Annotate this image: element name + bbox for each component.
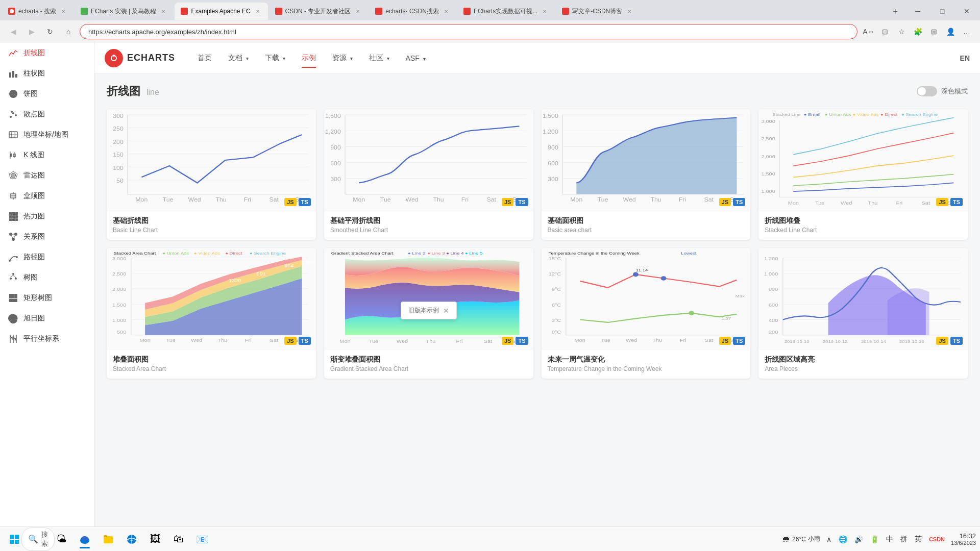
sidebar-item-graph[interactable]: 关系图 bbox=[0, 227, 94, 247]
badge-ts-smooth-line: TS bbox=[516, 198, 528, 206]
dark-mode-switch[interactable] bbox=[917, 86, 937, 96]
page-title-zh: 折线图 bbox=[107, 84, 140, 99]
sidebar-item-geo[interactable]: 地理坐标/地图 bbox=[0, 124, 94, 145]
dark-mode-toggle[interactable]: 深色模式 bbox=[917, 86, 968, 96]
taskbar-explorer-icon[interactable] bbox=[97, 529, 119, 549]
tab-close-tab2[interactable]: ✕ bbox=[159, 7, 167, 15]
chart-name-zh-area-pieces: 折线图区域高亮 bbox=[765, 355, 962, 364]
svg-text:● Line 3: ● Line 3 bbox=[427, 251, 445, 256]
chart-card-stacked-area[interactable]: Stacked Area Chart ● Union Ads ● Video A… bbox=[107, 248, 316, 379]
sidebar-item-line[interactable]: 折线图 bbox=[0, 43, 94, 63]
tab-close-tab6[interactable]: ✕ bbox=[541, 7, 549, 15]
sidebar-item-tree[interactable]: 树图 bbox=[0, 267, 94, 288]
taskbar-photos-icon[interactable]: 🖼 bbox=[144, 529, 166, 549]
split-view-icon[interactable]: ⊡ bbox=[878, 24, 892, 39]
sidebar-item-treemap[interactable]: 矩形树图 bbox=[0, 288, 94, 308]
taskbar-search-app[interactable]: 🔍 搜索 bbox=[27, 529, 49, 549]
nav-item-asf[interactable]: ASF ▾ bbox=[399, 50, 433, 66]
favorites-icon[interactable]: ☆ bbox=[894, 24, 909, 39]
svg-text:1,500: 1,500 bbox=[762, 171, 776, 177]
taskbar-store-icon[interactable]: 🛍 bbox=[167, 529, 190, 549]
svg-text:● Video Ads: ● Video Ads bbox=[194, 251, 220, 256]
back-button[interactable]: ◀ bbox=[6, 24, 20, 39]
chart-info-area: 基础面积图 Basic area chart bbox=[542, 211, 751, 240]
tab-close-tab5[interactable]: ✕ bbox=[442, 7, 450, 15]
tab-close-tab4[interactable]: ✕ bbox=[354, 7, 362, 15]
ime-pinyin-icon[interactable]: 拼 bbox=[898, 534, 910, 545]
tab-close-tab1[interactable]: ✕ bbox=[59, 7, 67, 15]
chart-card-smooth-line[interactable]: 1,500 1,200 900 600 300 MonTueWedThuFriS… bbox=[324, 109, 533, 240]
maximize-button[interactable]: □ bbox=[931, 4, 953, 19]
extensions-icon[interactable]: 🧩 bbox=[911, 24, 925, 39]
badge-js-area-pieces: JS bbox=[936, 337, 948, 345]
tab-tab6[interactable]: ECharts实现数据可视... ✕ bbox=[457, 3, 555, 20]
chart-card-basic-line[interactable]: 300 250 200 150 100 50 MonTueWedThuFriSa… bbox=[107, 109, 316, 240]
sidebar-item-boxplot[interactable]: 盒须图 bbox=[0, 186, 94, 206]
address-input[interactable] bbox=[80, 24, 857, 39]
taskbar-widget-icon[interactable]: 🌤 bbox=[50, 529, 72, 549]
profile-icon[interactable]: 👤 bbox=[943, 24, 958, 39]
tab-tab7[interactable]: 写文章-CSDN博客 ✕ bbox=[556, 3, 640, 20]
more-icon[interactable]: … bbox=[960, 24, 974, 39]
svg-text:Wed: Wed bbox=[626, 338, 637, 343]
tab-close-tab7[interactable]: ✕ bbox=[625, 7, 633, 15]
translate-icon[interactable]: A↔ bbox=[862, 24, 876, 39]
battery-icon[interactable]: 🔋 bbox=[868, 534, 881, 544]
ime-eng-icon[interactable]: 英 bbox=[913, 534, 924, 545]
tab-tab2[interactable]: ECharts 安装 | 菜鸟教程 ✕ bbox=[75, 3, 174, 20]
chart-name-zh-smooth-line: 基础平滑折线图 bbox=[330, 216, 527, 226]
network-icon[interactable]: 🌐 bbox=[837, 534, 849, 544]
tab-tab3[interactable]: Examples Apache EC ✕ bbox=[175, 3, 267, 20]
nav-item-examples[interactable]: 示例 bbox=[295, 49, 323, 67]
close-button[interactable]: ✕ bbox=[955, 4, 978, 19]
home-button[interactable]: ⌂ bbox=[61, 24, 76, 39]
sidebar-item-pie[interactable]: 饼图 bbox=[0, 84, 94, 104]
svg-text:● Search Engine: ● Search Engine bbox=[250, 251, 286, 256]
chart-card-area-pieces[interactable]: 1,200 1,000 800 600 400 200 2019-10-1020… bbox=[758, 248, 968, 379]
hide-tray-icon[interactable]: ∧ bbox=[824, 534, 834, 544]
tab-tab4[interactable]: CSDN - 专业开发者社区 ✕ bbox=[269, 3, 369, 20]
sidebar-label-tree: 树图 bbox=[23, 273, 38, 282]
svg-text:Sat: Sat bbox=[704, 197, 714, 203]
sidebar-item-scatter[interactable]: 散点图 bbox=[0, 104, 94, 124]
new-tab-button[interactable]: ＋ bbox=[888, 4, 902, 18]
sidebar-item-candlestick[interactable]: K 线图 bbox=[0, 145, 94, 165]
taskbar-mail-icon[interactable]: 📧 bbox=[191, 529, 213, 549]
svg-text:Tue: Tue bbox=[369, 339, 379, 344]
csdn-icon[interactable]: CSDN bbox=[927, 535, 947, 543]
sidebar-item-heatmap[interactable]: 热力图 bbox=[0, 206, 94, 227]
nav-lang[interactable]: EN bbox=[960, 54, 970, 62]
nav-item-docs[interactable]: 文档 ▾ bbox=[221, 49, 256, 67]
nav-item-resources[interactable]: 资源 ▾ bbox=[325, 49, 360, 67]
sidebar-item-bar[interactable]: 柱状图 bbox=[0, 63, 94, 84]
sidebar-item-radar[interactable]: 雷达图 bbox=[0, 165, 94, 186]
chart-card-area[interactable]: 1,500 1,200 900 600 300 MonTueWedThuFriS… bbox=[542, 109, 751, 240]
svg-text:Mon: Mon bbox=[139, 338, 150, 343]
nav-item-community[interactable]: 社区 ▾ bbox=[362, 49, 397, 67]
collections-icon[interactable]: ⊞ bbox=[927, 24, 941, 39]
tab-close-tab3[interactable]: ✕ bbox=[254, 7, 262, 15]
sidebar-item-parallel[interactable]: 平行坐标系 bbox=[0, 329, 94, 349]
reload-button[interactable]: ↻ bbox=[43, 24, 57, 39]
tab-tab1[interactable]: echarts - 搜索 ✕ bbox=[2, 3, 74, 20]
nav-item-home[interactable]: 首页 bbox=[190, 49, 219, 67]
nav-item-download[interactable]: 下载 ▾ bbox=[258, 49, 292, 67]
svg-text:1.57: 1.57 bbox=[721, 316, 731, 321]
chart-card-gradient-stacked-area[interactable]: Gradient Stacked Area Chart ● Line 2 ● L… bbox=[324, 248, 533, 379]
sidebar-item-sunburst[interactable]: 旭日图 bbox=[0, 308, 94, 329]
chart-preview-gradient-stacked-area: Gradient Stacked Area Chart ● Line 2 ● L… bbox=[324, 248, 533, 350]
sidebar: 折线图 柱状图 饼图 散点图 地理坐标/地图 K 线图 雷达图 盒须图 热力图 bbox=[0, 43, 94, 551]
chart-card-stacked-line[interactable]: Stacked Line ● Email ● Union Ads ● Video… bbox=[758, 109, 968, 240]
svg-point-5 bbox=[12, 112, 14, 114]
volume-icon[interactable]: 🔊 bbox=[852, 534, 865, 544]
chart-card-temperature[interactable]: Temperature Change in the Coming Week Lo… bbox=[542, 248, 751, 379]
sidebar-item-lines[interactable]: 路径图 bbox=[0, 247, 94, 267]
taskbar-edge-icon[interactable] bbox=[74, 529, 96, 549]
minimize-button[interactable]: ─ bbox=[906, 4, 929, 19]
ime-ch-icon[interactable]: 中 bbox=[884, 534, 895, 545]
taskbar-browser2-icon[interactable] bbox=[120, 529, 143, 549]
tab-tab5[interactable]: echarts- CSDN搜索 ✕ bbox=[369, 3, 456, 20]
popup-close-button[interactable]: ✕ bbox=[443, 307, 449, 315]
taskbar-search-box[interactable]: 🔍 搜索 bbox=[21, 528, 55, 551]
svg-text:Mon: Mon bbox=[570, 197, 582, 203]
